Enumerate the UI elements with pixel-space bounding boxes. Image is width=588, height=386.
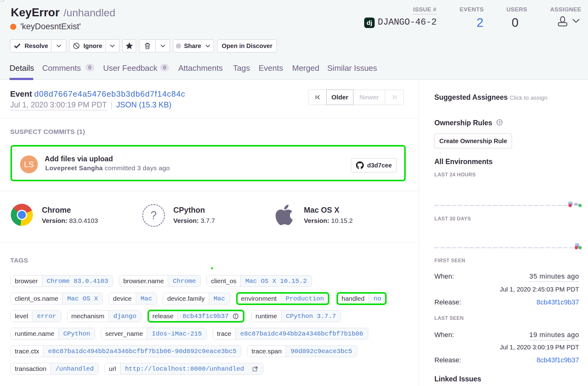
svg-text:?: ? — [498, 121, 501, 124]
